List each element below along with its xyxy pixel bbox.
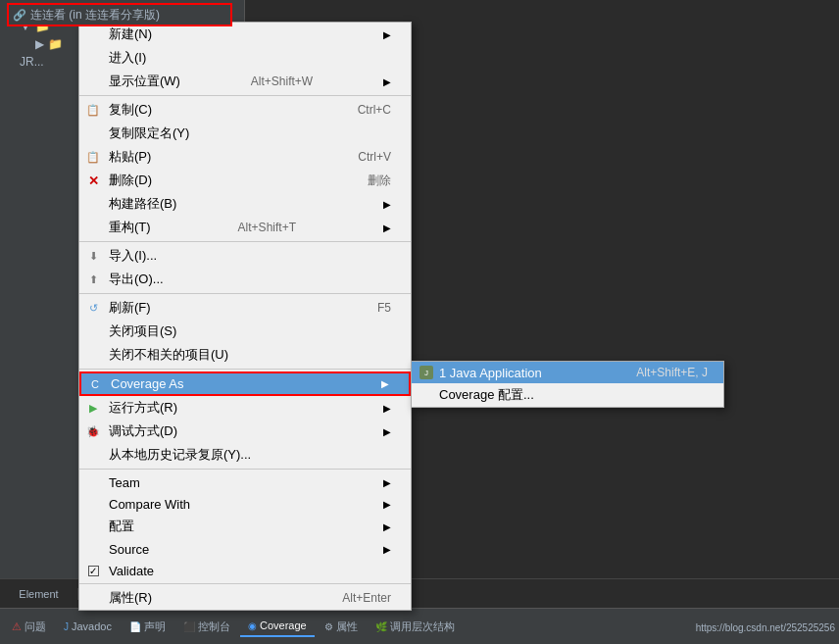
tab-properties[interactable]: ⚙ 属性 [317,616,366,638]
menu-item-export[interactable]: ⬆ 导出(O)... [79,268,411,291]
menu-item-build-path[interactable]: 构建路径(B) ▶ [79,192,411,216]
run-icon: ▶ [83,402,103,415]
menu-item-close-unrelated[interactable]: 关闭不相关的项目(U) [79,343,411,367]
declaration-icon: 📄 [129,621,141,632]
title-label: 连连看 (in 连连看分享版) [30,7,160,24]
export-icon: ⬆ [83,273,103,286]
javadoc-icon: J [64,621,69,632]
menu-item-close-project[interactable]: 关闭项目(S) [79,320,411,343]
debug-icon: 🐞 [83,425,103,438]
menu-item-import[interactable]: ⬇ 导入(I)... [79,244,411,268]
menu-item-copy-qualified[interactable]: 复制限定名(Y) [79,122,411,145]
coverage-icon: C [85,377,105,391]
arrow-icon: ▶ [383,76,391,87]
submenu: J 1 Java Application Alt+Shift+E, J Cove… [411,361,724,408]
menu-item-source[interactable]: Source ▶ [79,538,411,560]
import-icon: ⬇ [83,250,103,263]
console-icon: ⬛ [183,621,195,632]
title-icon: 🔗 [13,9,26,22]
url-display: https://blog.csdn.net/252525256 [696,619,835,634]
refresh-icon: ↺ [83,302,103,315]
properties-tab-icon: ⚙ [324,621,333,632]
arrow-icon: ▶ [383,521,391,532]
table-col-element: Element [0,588,78,600]
tab-declaration[interactable]: 📄 声明 [122,616,173,638]
menu-item-restore[interactable]: 从本地历史记录复原(Y)... [79,443,411,467]
paste-icon: 📋 [83,151,103,164]
separator-1 [79,95,411,96]
call-hierarchy-icon: 🌿 [375,621,387,632]
problems-icon: ⚠ [12,620,22,633]
title-bar-content: 🔗 连连看 (in 连连看分享版) [9,5,230,25]
menu-item-refactor[interactable]: 重构(T) Alt+Shift+T ▶ [79,216,411,239]
separator-3 [79,293,411,294]
menu-item-copy[interactable]: 📋 复制(C) Ctrl+C [79,98,411,122]
coverage-tab-icon: ◉ [248,620,257,631]
title-bar-outline: 🔗 连连看 (in 连连看分享版) [7,3,232,26]
separator-5 [79,469,411,470]
menu-item-enter[interactable]: 进入(I) [79,46,411,70]
separator-2 [79,241,411,242]
menu-item-paste[interactable]: 📋 粘贴(P) Ctrl+V [79,145,411,169]
menu-item-delete[interactable]: ✕ 删除(D) 删除 [79,169,411,192]
submenu-item-java-app[interactable]: J 1 Java Application Alt+Shift+E, J [412,362,723,383]
config-icon [420,388,433,402]
menu-item-show-in[interactable]: 显示位置(W) Alt+Shift+W ▶ [79,70,411,93]
context-menu: 新建(N) ▶ 进入(I) 显示位置(W) Alt+Shift+W ▶ 📋 复制… [78,22,412,611]
separator-6 [79,583,411,584]
tab-problems[interactable]: ⚠ 问题 [4,616,54,638]
tab-javadoc[interactable]: J Javadoc [56,617,120,636]
arrow-icon: ▶ [383,426,391,437]
arrow-icon: ▶ [381,378,389,389]
arrow-icon: ▶ [383,223,391,233]
tab-call-hierarchy[interactable]: 🌿 调用层次结构 [368,616,463,638]
tree-arrow: ▶ [35,37,44,51]
arrow-icon: ▶ [383,403,391,414]
delete-icon: ✕ [83,173,103,188]
menu-item-coverage-as[interactable]: C Coverage As ▶ [79,372,411,396]
separator-4 [79,369,411,370]
menu-item-run-as[interactable]: ▶ 运行方式(R) ▶ [79,396,411,420]
menu-item-properties[interactable]: 属性(R) Alt+Enter [79,586,411,610]
menu-item-validate[interactable]: ✓ Validate [79,560,411,581]
java-app-icon: J [420,366,433,379]
arrow-icon: ▶ [383,544,391,555]
menu-item-refresh[interactable]: ↺ 刷新(F) F5 [79,296,411,320]
submenu-item-coverage-config[interactable]: Coverage 配置... [412,383,723,407]
arrow-icon: ▶ [383,499,391,510]
jr-label: JR... [20,55,44,69]
copy-icon: 📋 [83,104,103,117]
tab-coverage[interactable]: ◉ Coverage [240,616,315,637]
menu-item-configure[interactable]: 配置 ▶ [79,515,411,538]
menu-item-compare-with[interactable]: Compare With ▶ [79,493,411,515]
bottom-bar: ⚠ 问题 J Javadoc 📄 声明 ⬛ 控制台 ◉ Coverage ⚙ 属… [0,608,839,644]
checkbox-icon: ✓ [83,566,103,576]
menu-item-team[interactable]: Team ▶ [79,471,411,493]
arrow-icon: ▶ [383,477,391,488]
arrow-icon: ▶ [383,29,391,40]
arrow-icon: ▶ [383,199,391,210]
tab-console[interactable]: ⬛ 控制台 [175,616,238,638]
menu-item-debug-as[interactable]: 🐞 调试方式(D) ▶ [79,420,411,443]
folder-icon: 📁 [48,37,63,51]
